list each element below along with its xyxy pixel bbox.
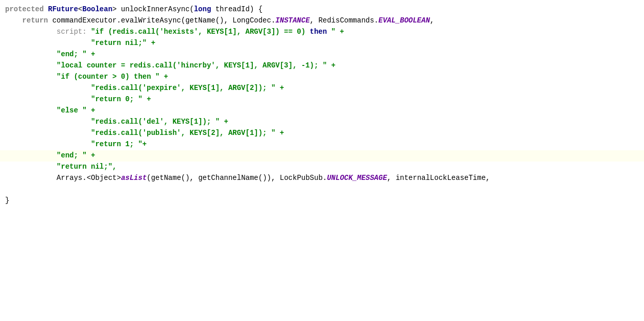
line-15-content: "return nil;", — [0, 162, 116, 172]
token-string-green: "local counter = redis.call('hincrby', K… — [57, 61, 336, 70]
line-6: "local counter = redis.call('hincrby', K… — [0, 60, 644, 72]
token-kw-param-name: threadId — [216, 5, 250, 13]
token-punc: ) { — [250, 5, 263, 13]
token-method-name: getChannelName — [198, 174, 258, 182]
token-kw-modifier: protected — [5, 5, 48, 13]
token-punc: > — [112, 5, 121, 13]
line-11-content: "redis.call('del', KEYS[1]); " + — [0, 117, 228, 127]
token-string-green: "redis.call('del', KEYS[1]); " + — [91, 118, 228, 126]
line-4: "return nil;" + — [0, 38, 644, 49]
token-punc: . — [323, 174, 327, 182]
token-punc: > — [116, 174, 121, 182]
line-12-content: "redis.call('publish', KEYS[2], ARGV[1])… — [0, 128, 284, 139]
token-punc: (), — [181, 174, 199, 182]
token-string-green: "return 0; " + — [91, 95, 151, 103]
token-punc: , — [310, 16, 319, 25]
line-1: protected RFuture<Boolean> unlockInnerAs… — [0, 4, 644, 15]
token-punc: ( — [147, 174, 151, 182]
token-punc: . — [116, 16, 121, 25]
token-class-name: Object — [91, 174, 116, 182]
token-string-green: "redis.call('publish', KEYS[2], ARGV[1])… — [91, 129, 284, 137]
token-punc: ()), — [258, 174, 280, 182]
token-string-green: "redis.call('pexpire', KEYS[1], ARGV[2])… — [91, 84, 284, 92]
token-class-name: RedisCommands — [318, 16, 374, 25]
token-string-green: "return 1; "+ — [91, 140, 147, 148]
token-italic-method: asList — [121, 174, 147, 182]
token-punc: . — [374, 16, 378, 25]
line-4-content: "return nil;" + — [0, 38, 155, 49]
token-italic-instance: INSTANCE — [275, 16, 309, 25]
line-3: script: "if (redis.call('hexists', KEYS[… — [0, 27, 644, 38]
line-9-content: "return 0; " + — [0, 94, 151, 105]
token-method-name: getName — [151, 174, 181, 182]
token-kw-return: return — [22, 16, 53, 25]
token-punc: < — [78, 5, 82, 13]
line-2: return commandExecutor.evalWriteAsync(ge… — [0, 15, 644, 27]
token-method-name: getName — [185, 16, 216, 25]
line-5-content: "end; " + — [0, 49, 95, 60]
token-punc: ( — [189, 5, 194, 13]
line-16-content: Arrays.<Object>asList(getName(), getChan… — [0, 173, 490, 184]
token-string-green: "end; " + — [57, 151, 96, 159]
token-kw-type: RFuture — [48, 5, 78, 13]
code-editor: protected RFuture<Boolean> unlockInnerAs… — [0, 0, 644, 321]
token-punc: , — [486, 174, 490, 182]
token-string-green: "if (redis.call('hexists', KEYS[1], ARGV… — [91, 28, 309, 36]
line-13-content: "return 1; "+ — [0, 139, 147, 150]
line-16: Arrays.<Object>asList(getName(), getChan… — [0, 173, 644, 184]
token-string-green: "return nil;" + — [91, 39, 155, 47]
line-11: "redis.call('del', KEYS[1]); " + — [0, 117, 644, 128]
line-18-content: } — [0, 195, 9, 206]
token-italic-instance: EVAL_BOOLEAN — [378, 16, 430, 25]
token-method-name: evalWriteAsync — [121, 16, 181, 25]
token-keyword-then: then — [310, 28, 327, 36]
code-content: protected RFuture<Boolean> unlockInnerAs… — [0, 4, 644, 207]
line-7: "if (counter > 0) then " + — [0, 72, 644, 83]
line-5: "end; " + — [0, 49, 644, 60]
line-15: "return nil;", — [0, 162, 644, 173]
line-10: "else " + — [0, 105, 644, 117]
token-kw-param-type: long — [194, 5, 216, 13]
token-string-green: " + — [327, 28, 344, 36]
line-9: "return 0; " + — [0, 94, 644, 105]
token-italic-field: UNLOCK_MESSAGE — [327, 174, 387, 182]
line-8: "redis.call('pexpire', KEYS[1], ARGV[2])… — [0, 83, 644, 94]
token-string-green: "end; " + — [57, 50, 96, 58]
line-18: } — [0, 195, 644, 207]
line-8-content: "redis.call('pexpire', KEYS[1], ARGV[2])… — [0, 83, 284, 94]
token-class-name: LockPubSub — [280, 174, 323, 182]
line-6-content: "local counter = redis.call('hincrby', K… — [0, 60, 336, 71]
token-label-script: script: — [57, 28, 91, 36]
token-string-green: "else " + — [57, 106, 96, 114]
line-3-content: script: "if (redis.call('hexists', KEYS[… — [0, 27, 344, 37]
line-2-content: return commandExecutor.evalWriteAsync(ge… — [0, 15, 434, 26]
token-punc: (), — [216, 16, 233, 25]
line-7-content: "if (counter > 0) then " + — [0, 72, 168, 82]
token-kw-type: Boolean — [82, 5, 112, 13]
token-class-name: Arrays — [57, 174, 82, 182]
token-method-call: commandExecutor — [52, 16, 116, 25]
line-10-content: "else " + — [0, 105, 95, 116]
line-14: "end; " + — [0, 150, 644, 162]
line-12: "redis.call('publish', KEYS[2], ARGV[1])… — [0, 128, 644, 139]
token-string-green: "if (counter > 0) then " + — [57, 73, 168, 81]
token-method-name: unlockInnerAsync — [121, 5, 189, 13]
token-string-green: "return nil;", — [57, 163, 117, 171]
token-method-name: internalLockLeaseTime — [396, 174, 486, 182]
token-punc: , — [387, 174, 396, 182]
line-17 — [0, 184, 644, 195]
token-punc: , — [430, 16, 434, 25]
line-13: "return 1; "+ — [0, 139, 644, 150]
token-punc: } — [5, 196, 9, 204]
token-class-name: LongCodec — [232, 16, 271, 25]
token-punc: ( — [181, 16, 185, 25]
line-14-content: "end; " + — [0, 150, 95, 161]
token-punc: .< — [82, 174, 91, 182]
line-1-content: protected RFuture<Boolean> unlockInnerAs… — [0, 4, 263, 15]
